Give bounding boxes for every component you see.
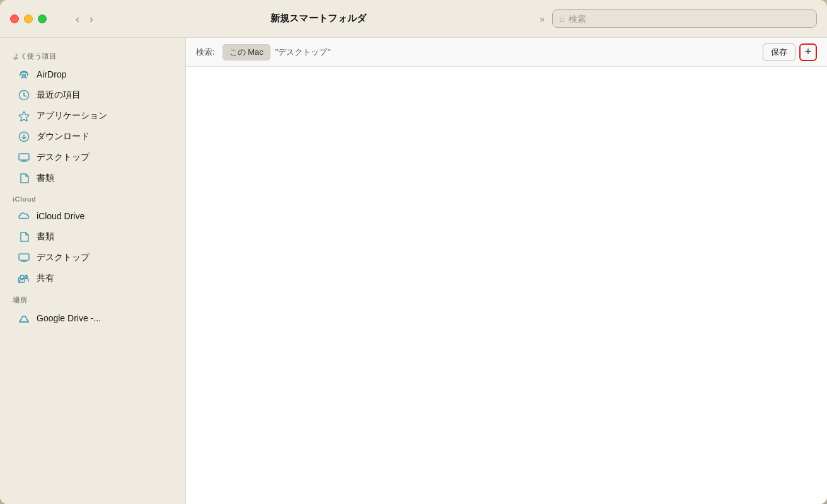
filter-actions: 保存 + bbox=[763, 43, 817, 61]
search-bar[interactable]: ⌕ bbox=[552, 9, 817, 28]
airdrop-icon bbox=[18, 68, 30, 81]
sidebar-item-downloads[interactable]: ダウンロード bbox=[5, 127, 180, 147]
sidebar: よく使う項目 AirDrop bbox=[0, 38, 186, 504]
sidebar-item-recents[interactable]: 最近の項目 bbox=[5, 85, 180, 105]
sidebar-item-label: ダウンロード bbox=[37, 131, 90, 142]
sidebar-item-shared[interactable]: 共有 bbox=[5, 268, 180, 289]
desktop-icloud-icon bbox=[18, 251, 30, 264]
locations-header: 場所 bbox=[0, 289, 185, 307]
filter-label: 検索: bbox=[196, 47, 215, 58]
sidebar-item-label: デスクトップ bbox=[37, 252, 90, 263]
minimize-button[interactable] bbox=[24, 14, 33, 23]
close-button[interactable] bbox=[10, 14, 19, 23]
filter-this-mac[interactable]: この Mac bbox=[223, 44, 270, 60]
content-body bbox=[186, 67, 827, 504]
desktop-icon bbox=[18, 151, 30, 164]
download-icon bbox=[18, 130, 30, 143]
apps-icon bbox=[18, 110, 30, 122]
chevron-more-icon: » bbox=[540, 14, 545, 24]
search-input[interactable] bbox=[569, 14, 810, 24]
sidebar-item-google-drive[interactable]: Google Drive -... bbox=[5, 308, 180, 328]
clock-icon bbox=[18, 89, 30, 101]
main-area: よく使う項目 AirDrop bbox=[0, 38, 827, 504]
favorites-header: よく使う項目 bbox=[0, 45, 185, 64]
filter-bar: 検索: この Mac "デスクトップ" 保存 + bbox=[186, 38, 827, 67]
sidebar-item-label: アプリケーション bbox=[37, 110, 107, 122]
add-filter-button[interactable]: + bbox=[799, 43, 817, 61]
sidebar-item-label: AirDrop bbox=[37, 69, 66, 79]
svg-point-6 bbox=[25, 275, 28, 278]
back-button[interactable]: ‹ bbox=[72, 11, 83, 27]
sidebar-item-label: 最近の項目 bbox=[37, 89, 81, 101]
sidebar-item-label: 書類 bbox=[37, 173, 54, 184]
sidebar-item-applications[interactable]: アプリケーション bbox=[5, 106, 180, 126]
gdrive-icon bbox=[18, 312, 30, 324]
sidebar-item-airdrop[interactable]: AirDrop bbox=[5, 64, 180, 84]
content-panel: 検索: この Mac "デスクトップ" 保存 + bbox=[186, 38, 827, 504]
sidebar-item-label: 書類 bbox=[37, 231, 54, 243]
svg-rect-4 bbox=[19, 254, 29, 260]
search-icon: ⌕ bbox=[559, 13, 565, 24]
icloud-header: iCloud bbox=[0, 189, 185, 205]
titlebar: ‹ › 新規スマートフォルダ » ⌕ bbox=[0, 0, 827, 38]
sidebar-item-label: 共有 bbox=[37, 273, 54, 284]
sidebar-item-label: Google Drive -... bbox=[37, 313, 101, 323]
window-title: 新規スマートフォルダ bbox=[97, 13, 540, 25]
sidebar-item-label: デスクトップ bbox=[37, 152, 90, 163]
sidebar-item-desktop[interactable]: デスクトップ bbox=[5, 147, 180, 168]
filter-desktop-text: "デスクトップ" bbox=[275, 47, 330, 58]
cloud-icon bbox=[18, 210, 30, 222]
finder-window: ‹ › 新規スマートフォルダ » ⌕ よく使う項目 bbox=[0, 0, 827, 504]
sidebar-item-icloud-drive[interactable]: iCloud Drive bbox=[5, 206, 180, 226]
sidebar-item-icloud-desktop[interactable]: デスクトップ bbox=[5, 248, 180, 268]
maximize-button[interactable] bbox=[38, 14, 47, 23]
save-button[interactable]: 保存 bbox=[763, 43, 795, 61]
sidebar-item-icloud-documents[interactable]: 書類 bbox=[5, 227, 180, 247]
svg-rect-3 bbox=[19, 154, 29, 160]
nav-buttons: ‹ › bbox=[72, 11, 97, 27]
sidebar-item-label: iCloud Drive bbox=[37, 211, 84, 221]
forward-button[interactable]: › bbox=[86, 11, 97, 27]
traffic-lights bbox=[10, 14, 47, 23]
sidebar-item-documents[interactable]: 書類 bbox=[5, 168, 180, 188]
document-icloud-icon bbox=[18, 231, 30, 243]
shared-icon bbox=[18, 272, 30, 285]
document-icon bbox=[18, 172, 30, 185]
